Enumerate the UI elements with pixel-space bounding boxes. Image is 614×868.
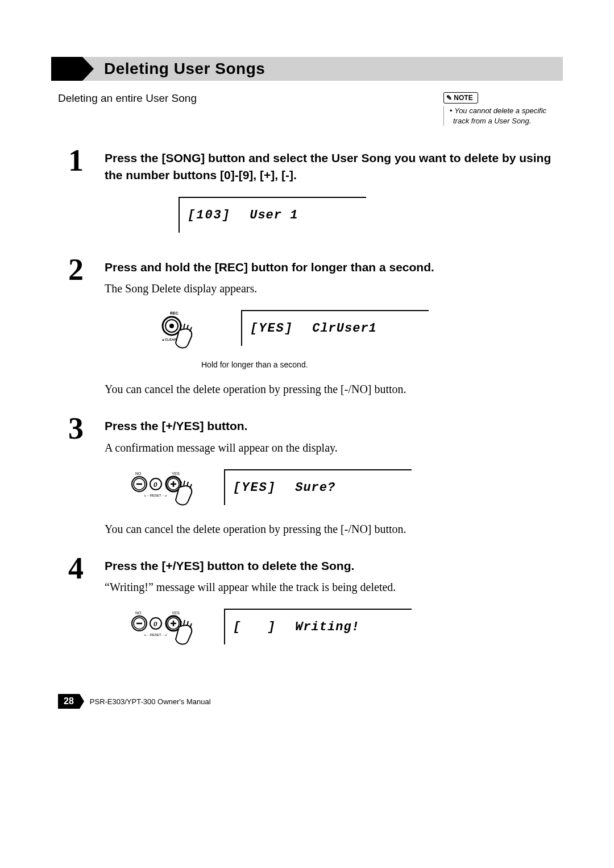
reset-label: ↘····RESET····↙ [143,494,168,497]
lcd-value: [YES] [233,481,287,495]
arrow-icon [51,57,82,81]
note-item: You cannot delete a specific track from … [453,106,563,126]
hold-caption: Hold for longer than a second. [201,360,563,369]
lcd-value: [103] [188,208,242,222]
manual-name: PSR-E303/YPT-300 Owner's Manual [90,697,211,706]
yes-label: YES [172,611,180,615]
lcd-text: Writing! [295,620,360,634]
svg-point-2 [169,324,174,328]
lcd-display: [YES] ClrUser1 [241,310,429,346]
step-2-title: Press and hold the [REC] button for long… [105,259,563,275]
step-3-title: Press the [+/YES] button. [105,418,563,434]
step-number-1: 1 [68,148,105,173]
lcd-display: [YES] Sure? [224,469,412,505]
step-2-desc2: You can cancel the delete operation by p… [105,382,423,397]
step-4-title: Press the [+/YES] button to delete the S… [105,557,563,574]
no-label: NO [135,611,142,615]
step-3-desc1: A confirmation message will appear on th… [105,440,423,456]
step-number-3: 3 [68,416,105,441]
svg-text:0: 0 [154,480,157,489]
lcd-display: [ ] Writing! [224,609,412,644]
rec-label: REC [170,311,179,315]
lcd-text: User 1 [250,208,298,222]
section-title: Deleting User Songs [82,57,563,81]
section-header: Deleting User Songs [51,57,563,81]
lcd-text: Sure? [295,481,335,495]
svg-text:0: 0 [154,619,157,628]
page-number: 28 [58,694,80,709]
lcd-value: [YES] [250,321,304,336]
plus-minus-buttons: NO YES 0 ↘····RESET····↙ [127,469,207,509]
intro-text: Deleting an entire User Song [58,92,197,105]
page-footer: 28 PSR-E303/YPT-300 Owner's Manual [51,694,563,709]
plus-minus-buttons: NO YES 0 ↘····RESET····↙ [127,609,207,648]
lcd-value: [ ] [233,620,287,634]
step-1-title: Press the [SONG] button and select the U… [105,150,563,183]
note-label-text: NOTE [454,94,472,102]
no-label: NO [135,472,142,476]
reset-label: ↘····RESET····↙ [143,633,168,636]
note-box: ✎ NOTE You cannot delete a specific trac… [443,92,563,126]
rec-button-graphic: REC ▲CLEAR [144,310,224,354]
step-4-desc1: “Writing!” message will appear while the… [105,580,423,595]
clear-label: ▲CLEAR [161,338,177,341]
yes-label: YES [172,472,180,476]
lcd-text: ClrUser1 [312,321,377,336]
step-2-desc1: The Song Delete display appears. [105,281,423,296]
note-label: ✎ NOTE [443,92,478,104]
pencil-icon: ✎ [446,94,454,102]
step-number-4: 4 [68,556,105,581]
step-number-2: 2 [68,258,105,282]
lcd-display: [103] User 1 [179,197,366,233]
step-3-desc2: You can cancel the delete operation by p… [105,522,423,537]
